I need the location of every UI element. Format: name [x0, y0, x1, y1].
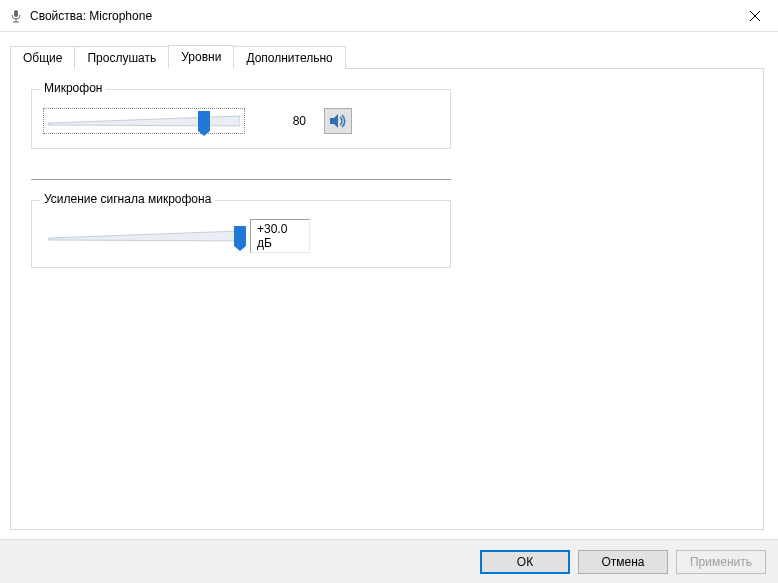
group-microphone: Микрофон 80 [31, 89, 451, 149]
mute-button[interactable] [324, 108, 352, 134]
tab-advanced[interactable]: Дополнительно [233, 46, 345, 69]
microphone-icon [8, 8, 24, 24]
divider [31, 179, 451, 180]
svg-rect-0 [14, 10, 18, 17]
slider-track-shape [48, 229, 240, 243]
ok-button[interactable]: ОК [480, 550, 570, 574]
speaker-icon [329, 113, 347, 129]
boost-value: +30.0 дБ [250, 219, 310, 253]
tab-levels[interactable]: Уровни [168, 45, 234, 69]
window-title: Свойства: Microphone [30, 9, 732, 23]
dialog-footer: ОК Отмена Применить [0, 539, 778, 583]
group-microphone-label: Микрофон [40, 81, 106, 95]
microphone-value: 80 [250, 112, 310, 130]
svg-marker-5 [48, 116, 240, 126]
apply-button[interactable]: Применить [676, 550, 766, 574]
close-icon [750, 11, 760, 21]
boost-slider[interactable] [44, 224, 244, 248]
boost-slider-thumb[interactable] [234, 226, 246, 246]
microphone-slider-row: 80 [44, 108, 438, 134]
cancel-button[interactable]: Отмена [578, 550, 668, 574]
tab-general[interactable]: Общие [10, 46, 75, 69]
tab-strip: Общие Прослушать Уровни Дополнительно [10, 42, 768, 68]
microphone-slider[interactable] [44, 109, 244, 133]
group-boost: Усиление сигнала микрофона +30.0 дБ [31, 200, 451, 268]
titlebar: Свойства: Microphone [0, 0, 778, 32]
dialog-body: Общие Прослушать Уровни Дополнительно Ми… [0, 32, 778, 539]
close-button[interactable] [732, 0, 778, 32]
slider-track-shape [48, 114, 240, 128]
tab-panel-levels: Микрофон 80 [10, 68, 764, 530]
tab-listen[interactable]: Прослушать [74, 46, 169, 69]
microphone-slider-thumb[interactable] [198, 111, 210, 131]
group-boost-label: Усиление сигнала микрофона [40, 192, 215, 206]
svg-marker-7 [48, 231, 240, 241]
svg-marker-6 [330, 114, 338, 128]
boost-slider-row: +30.0 дБ [44, 219, 438, 253]
